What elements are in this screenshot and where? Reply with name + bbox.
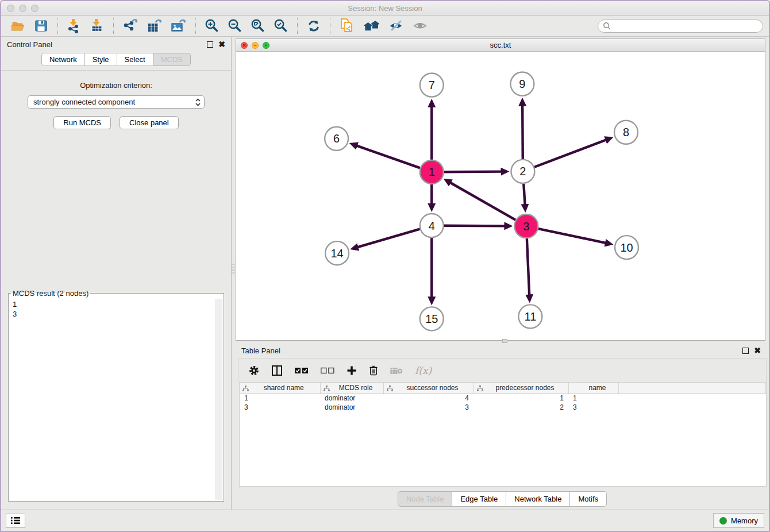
flatten-icon	[477, 385, 483, 391]
import-table-button[interactable]	[88, 17, 106, 34]
show-columns-button[interactable]	[271, 365, 283, 376]
tab-style[interactable]: Style	[85, 53, 117, 66]
graph-edge-2-8[interactable]	[534, 140, 606, 167]
unchecked-boxes-icon	[321, 367, 334, 374]
memory-button[interactable]: Memory	[713, 513, 764, 528]
column-header-mcds-role[interactable]: MCDS role	[320, 383, 383, 394]
title-bar: Session: New Session	[1, 1, 769, 16]
graph-node-label-1: 1	[429, 165, 435, 178]
tab-motifs[interactable]: Motifs	[570, 491, 607, 507]
open-session-button[interactable]	[10, 17, 27, 34]
export-table-icon	[147, 18, 163, 33]
window-title: Session: New Session	[348, 4, 422, 13]
export-network-icon	[122, 18, 138, 33]
delete-column-button[interactable]	[369, 365, 378, 376]
houses-icon	[363, 18, 380, 33]
mcds-panel-body: Optimization criterion: strongly connect…	[1, 70, 231, 510]
tab-mcds[interactable]: MCDS	[153, 53, 191, 66]
network-maximize-icon[interactable]: +	[263, 42, 270, 49]
tab-edge-table[interactable]: Edge Table	[452, 491, 506, 507]
graph-edge-3-10[interactable]	[538, 229, 606, 243]
minimize-window-icon[interactable]	[19, 5, 26, 12]
show-all-button[interactable]	[411, 17, 430, 34]
new-network-from-selection-button[interactable]	[338, 17, 356, 35]
selected-option: strongly connected component	[33, 98, 194, 106]
tab-network-table[interactable]: Network Table	[506, 491, 570, 507]
close-panel-icon[interactable]: ✖	[218, 41, 225, 48]
table-panel-header: Table Panel ✖	[236, 343, 769, 358]
memory-label: Memory	[731, 516, 758, 525]
search-input[interactable]	[614, 22, 758, 30]
export-table-button[interactable]	[145, 17, 164, 34]
close-window-icon[interactable]	[7, 5, 14, 12]
table-row[interactable]: 1 dominator 4 1 1	[240, 394, 766, 403]
zoom-fit-button[interactable]	[249, 17, 267, 34]
control-panel-header: Control Panel ✖	[1, 37, 231, 52]
mcds-result-title: MCDS result (2 nodes)	[11, 289, 90, 298]
graph-edge-3-11[interactable]	[527, 238, 529, 295]
maximize-window-icon[interactable]	[31, 5, 38, 12]
float-panel-icon[interactable]	[742, 348, 749, 354]
graph-node-label-6: 6	[333, 132, 340, 145]
table-tabs: Node Table Edge Table Network Table Moti…	[236, 491, 769, 507]
graph-edge-1-2[interactable]	[444, 172, 502, 172]
columns-icon	[271, 365, 283, 376]
refresh-layout-button[interactable]	[305, 17, 322, 34]
column-header-predecessor-nodes[interactable]: predecessor nodes	[473, 383, 568, 394]
column-header-successor-nodes[interactable]: successor nodes	[383, 383, 473, 394]
optimization-criterion-select[interactable]: strongly connected component	[28, 95, 205, 109]
column-header-shared-name[interactable]: shared name	[240, 383, 320, 394]
zoom-selected-button[interactable]	[272, 17, 290, 34]
graph-node-label-3: 3	[523, 220, 529, 233]
unselect-all-columns-button[interactable]	[321, 367, 334, 374]
function-builder-button[interactable]: f(x)	[415, 365, 432, 376]
result-scrollbar[interactable]	[215, 299, 222, 500]
graph-node-label-4: 4	[429, 219, 435, 232]
network-graph[interactable]: 1234678910111415	[236, 52, 765, 340]
table-settings-button[interactable]	[249, 365, 259, 376]
eye-slash-icon	[388, 18, 405, 33]
zoom-in-button[interactable]	[203, 17, 221, 34]
node-table[interactable]: shared name MCDS role successor nodes	[239, 382, 767, 487]
graph-edge-3-1[interactable]	[451, 183, 515, 220]
graph-edge-1-6[interactable]	[357, 146, 420, 168]
eye-icon	[413, 18, 429, 33]
select-all-columns-button[interactable]	[295, 367, 309, 374]
status-bar: Memory	[1, 510, 769, 531]
network-minimize-icon[interactable]: −	[252, 42, 259, 49]
run-mcds-button[interactable]: Run MCDS	[53, 116, 111, 129]
optimization-criterion-label: Optimization criterion:	[80, 81, 152, 90]
task-history-button[interactable]	[6, 514, 25, 528]
network-canvas[interactable]: 1234678910111415	[236, 52, 765, 340]
open-folder-icon	[11, 18, 26, 33]
table-row[interactable]: 3 dominator 3 2 3	[240, 403, 766, 412]
save-session-button[interactable]	[33, 17, 50, 34]
horizontal-splitter[interactable]	[236, 341, 769, 343]
mcds-result-box: MCDS result (2 nodes) 1 3	[8, 289, 224, 502]
zoom-out-button[interactable]	[226, 17, 244, 34]
network-close-icon[interactable]: ✕	[241, 42, 248, 49]
zoom-in-icon	[205, 18, 220, 33]
graph-edge-4-3[interactable]	[444, 226, 505, 226]
tab-select[interactable]: Select	[117, 53, 153, 66]
column-header-name[interactable]: name	[568, 383, 618, 394]
toolbar-separator	[195, 18, 196, 34]
graph-edge-2-3[interactable]	[523, 184, 525, 205]
export-network-button[interactable]	[121, 17, 140, 34]
first-neighbors-button[interactable]	[362, 17, 382, 34]
import-table-icon	[90, 18, 105, 33]
create-column-button[interactable]	[346, 365, 357, 376]
tab-node-table[interactable]: Node Table	[398, 491, 453, 507]
delete-table-button[interactable]	[390, 366, 403, 375]
import-network-button[interactable]	[66, 17, 83, 34]
graph-edge-2-9[interactable]	[522, 106, 523, 159]
close-panel-icon[interactable]: ✖	[754, 348, 761, 354]
search-field[interactable]	[598, 20, 763, 33]
vertical-splitter[interactable]	[231, 37, 236, 510]
close-panel-button[interactable]: Close panel	[120, 116, 179, 129]
export-image-button[interactable]	[170, 17, 188, 34]
hide-selection-button[interactable]	[387, 17, 406, 34]
float-panel-icon[interactable]	[207, 41, 213, 48]
graph-edge-4-14[interactable]	[358, 229, 420, 248]
tab-network[interactable]: Network	[41, 53, 85, 66]
